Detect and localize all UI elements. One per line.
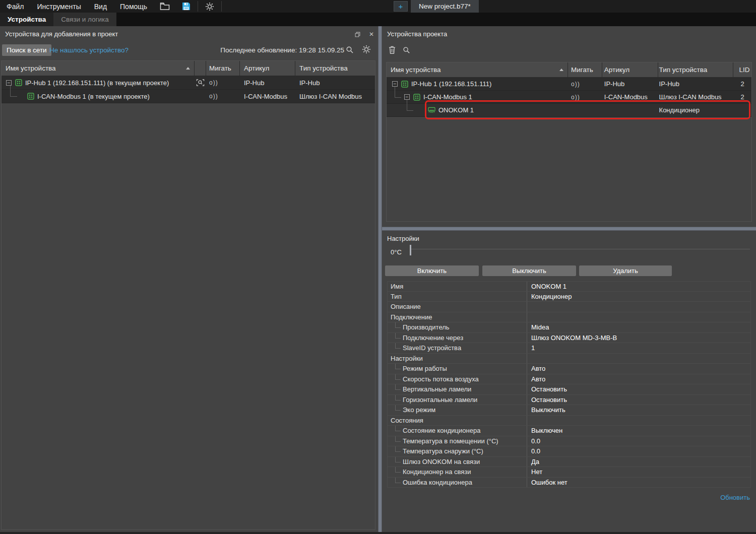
close-icon[interactable]: ✕ <box>369 31 374 38</box>
property-row[interactable]: ТипКондиционер <box>388 292 750 302</box>
project-tab[interactable]: New project.b77* <box>411 0 479 13</box>
property-value[interactable]: 1 <box>527 344 750 352</box>
blink-icon[interactable]: о)) <box>568 91 602 103</box>
search-icon[interactable] <box>346 46 354 54</box>
search-icon[interactable] <box>403 46 410 54</box>
table-row[interactable]: I-CAN-Modbus 1 (в текущем проекте) о)) I… <box>2 90 375 103</box>
menu-file[interactable]: Файл <box>0 0 30 13</box>
property-value[interactable]: ONOKOM 1 <box>527 283 750 290</box>
turn-on-button[interactable]: Включить <box>385 265 479 276</box>
property-value[interactable]: Авто <box>527 365 750 372</box>
search-network-button[interactable]: Поиск в сети <box>2 44 51 56</box>
property-value[interactable]: Авто <box>527 375 750 383</box>
property-row[interactable]: Температура в помещении (°C)0.0 <box>388 436 750 447</box>
column-header-lid[interactable]: LID <box>733 62 751 77</box>
device-icon <box>15 79 22 86</box>
gear-icon[interactable] <box>362 45 371 54</box>
column-header-blink[interactable]: Мигать <box>568 62 602 77</box>
table-row-selected[interactable]: ONOKOM 1 Кондиционер <box>387 104 751 117</box>
property-row[interactable]: Вертикальные ламелиОстановить <box>388 384 750 395</box>
save-icon[interactable] <box>176 0 197 13</box>
property-label: Состояния <box>388 416 527 426</box>
add-project-tab-button[interactable]: + <box>394 1 408 12</box>
property-grid: ИмяONOKOM 1 ТипКондиционер Описание Подк… <box>387 281 751 488</box>
menu-help[interactable]: Помощь <box>113 0 154 13</box>
property-row[interactable]: ПроизводительMidea <box>388 322 750 333</box>
horizontal-splitter[interactable] <box>382 227 756 231</box>
undock-icon[interactable] <box>355 32 360 37</box>
column-header-name[interactable]: Имя устройства <box>387 62 568 77</box>
collapse-expander-icon[interactable]: − <box>6 80 12 86</box>
property-row[interactable]: Ошибка кондиционераОшибок нет <box>388 478 750 488</box>
menu-tools[interactable]: Инструменты <box>30 0 87 13</box>
column-header-name[interactable]: Имя устройства <box>2 61 195 76</box>
table-row[interactable]: − I-CAN-Modbus 1 о)) I-CAN-Modbus Шлюз I… <box>387 91 751 104</box>
property-group-row[interactable]: Подключение <box>388 312 750 323</box>
property-value[interactable]: Шлюз ONOKOM MD-3-MB-B <box>527 334 750 342</box>
open-folder-icon[interactable] <box>154 0 176 13</box>
menu-view[interactable]: Вид <box>88 0 113 13</box>
property-label: Кондиционер на связи <box>388 467 527 477</box>
property-group-row[interactable]: Настройки <box>388 354 750 364</box>
blink-icon[interactable]: о)) <box>206 76 240 89</box>
property-row[interactable]: SlaveID устройства1 <box>388 343 750 354</box>
property-row[interactable]: ИмяONOKOM 1 <box>388 281 750 292</box>
property-row[interactable]: Горизонтальные ламелиОстановить <box>388 395 750 406</box>
property-value: Ошибок нет <box>527 479 750 486</box>
property-row[interactable]: Скорость потока воздухаАвто <box>388 374 750 385</box>
property-row[interactable]: Состояние кондиционераВыключен <box>388 426 750 436</box>
property-value[interactable]: Остановить <box>527 385 750 393</box>
column-header-article[interactable]: Артикул <box>240 61 295 76</box>
tree-connector <box>407 100 413 111</box>
property-row[interactable]: Режим работыАвто <box>388 364 750 374</box>
blink-icon[interactable]: о)) <box>206 90 240 103</box>
turn-off-button[interactable]: Выключить <box>482 265 576 276</box>
collapse-expander-icon[interactable]: − <box>404 94 410 100</box>
column-header-type[interactable]: Тип устройства <box>295 61 375 76</box>
vertical-splitter[interactable] <box>378 26 382 532</box>
device-lid: 2 <box>733 78 751 90</box>
panel-title: Устройства проекта <box>387 30 447 38</box>
last-update-label: Последнее обновление: 19:28 15.09.25 <box>217 46 344 54</box>
property-row[interactable]: Описание <box>388 302 750 312</box>
column-header-article[interactable]: Артикул <box>602 62 658 77</box>
identify-icon[interactable] <box>195 76 206 89</box>
property-label: Горизонтальные ламели <box>388 395 527 405</box>
property-label: Режим работы <box>388 364 527 374</box>
device-article: IP-Hub <box>240 76 295 89</box>
property-value[interactable]: Остановить <box>527 396 750 404</box>
column-header-blink[interactable]: Мигать <box>206 61 240 76</box>
table-row[interactable]: − IP-Hub 1 (192.168.151.111) о)) IP-Hub … <box>387 78 751 91</box>
property-value[interactable]: Выключить <box>527 406 750 414</box>
property-row[interactable]: Эко режимВыключить <box>388 405 750 416</box>
settings-gear-icon[interactable] <box>199 0 220 13</box>
project-devices-panel: Устройства проекта Имя устройства Мигать… <box>382 26 756 227</box>
property-value[interactable]: Кондиционер <box>527 293 750 300</box>
collapse-expander-icon[interactable]: − <box>392 81 398 87</box>
tab-devices[interactable]: Устройства <box>0 13 53 26</box>
table-row[interactable]: − IP-Hub 1 (192.168.151.111) (в текущем … <box>2 76 375 90</box>
blink-icon[interactable]: о)) <box>568 78 602 90</box>
column-header-type[interactable]: Тип устройства <box>658 62 734 77</box>
device-type: IP-Hub <box>658 78 734 90</box>
table-header: Имя устройства Мигать Артикул Тип устрой… <box>387 62 751 78</box>
property-row[interactable]: Температура снаружи (°C)0.0 <box>388 446 750 457</box>
property-row[interactable]: Шлюз ONOKOM на связиДа <box>388 457 750 468</box>
property-group-row[interactable]: Состояния <box>388 416 750 426</box>
device-article: IP-Hub <box>602 78 658 90</box>
menu-bar: Файл Инструменты Вид Помощь + New projec… <box>0 0 756 13</box>
refresh-link[interactable]: Обновить <box>720 494 750 501</box>
tab-links-logic[interactable]: Связи и логика <box>53 13 116 26</box>
device-not-found-link[interactable]: Не нашлось устройство? <box>49 46 129 54</box>
delete-button[interactable]: Удалить <box>579 265 672 276</box>
temperature-slider-handle[interactable] <box>410 245 411 255</box>
temperature-slider-track[interactable] <box>411 249 750 249</box>
column-label: Имя устройства <box>391 66 441 74</box>
trash-icon[interactable] <box>389 46 396 54</box>
column-header-identify[interactable] <box>195 61 206 76</box>
property-label: Ошибка кондиционера <box>388 478 527 488</box>
property-row[interactable]: Подключение черезШлюз ONOKOM MD-3-MB-B <box>388 333 750 344</box>
property-row[interactable]: Кондиционер на связиНет <box>388 467 750 478</box>
property-value[interactable]: Midea <box>527 323 750 331</box>
property-value: 0.0 <box>527 447 750 455</box>
